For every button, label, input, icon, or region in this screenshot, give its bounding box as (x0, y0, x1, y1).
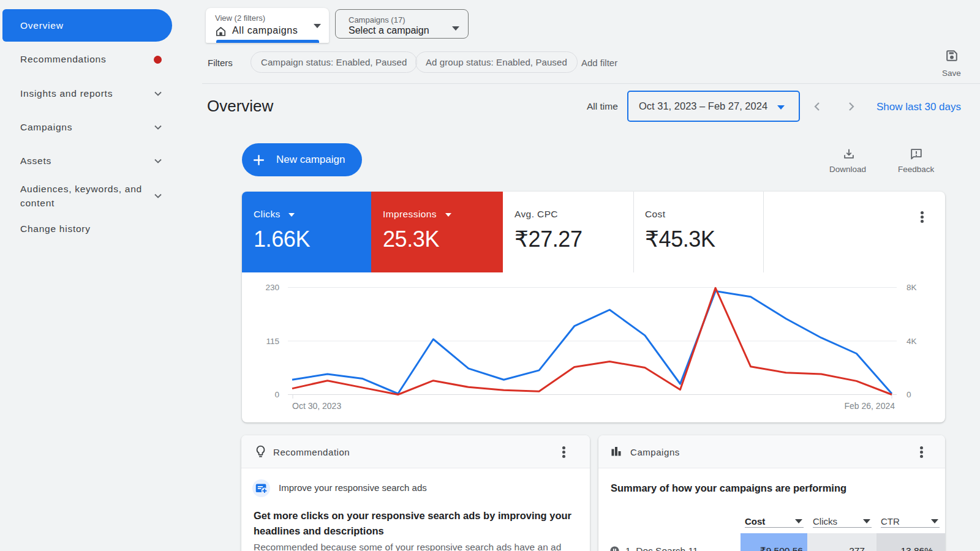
svg-text:4K: 4K (907, 337, 917, 346)
svg-text:115: 115 (266, 337, 279, 346)
svg-text:Feb 26, 2024: Feb 26, 2024 (844, 401, 895, 411)
svg-text:Oct 30, 2023: Oct 30, 2023 (292, 401, 341, 411)
svg-text:0: 0 (274, 390, 279, 399)
svg-text:8K: 8K (907, 283, 917, 292)
svg-text:230: 230 (265, 283, 279, 292)
svg-text:0: 0 (907, 390, 911, 399)
